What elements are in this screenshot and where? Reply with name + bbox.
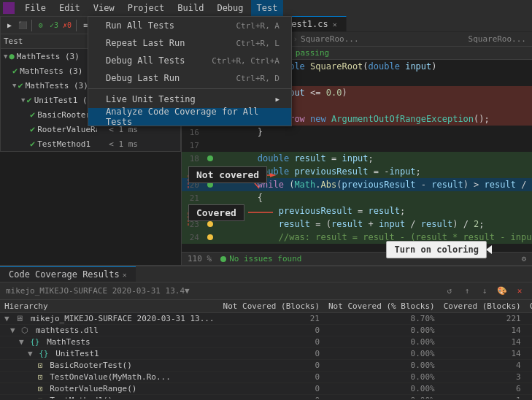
c-blocks-cell: 6 (439, 383, 525, 395)
breadcrumb-squareroo-right[interactable]: SquareRoo... (469, 34, 526, 44)
nc-pct-cell: 0.00% (324, 395, 439, 399)
nc-blocks-cell: 0 (219, 336, 324, 348)
bottom-toolbar: mikejo_MIKEJO-SURFACE 2020-03-31 13.4▼ ↺… (0, 282, 532, 300)
table-row: ▼ 🖥 mikejo_MIKEJO-SURFACE 2020-03-31 13.… (0, 313, 532, 325)
method-icon: ⊡ (38, 384, 43, 393)
c-pct-cell: 91.30% (525, 313, 532, 325)
c-blocks-cell: 14 (439, 336, 525, 348)
breadcrumb-squareroot[interactable]: SquareRoo... (301, 34, 358, 44)
c-pct-cell: 100.00% (525, 383, 532, 395)
import-btn[interactable]: ↓ (478, 285, 491, 298)
c-pct-cell: 100.00% (525, 336, 532, 348)
debug-btn[interactable]: ⬛ (17, 20, 28, 31)
col-nc-pct-header: Not Covered (% Blocks) (324, 300, 439, 313)
c-pct-cell: 100.00% (525, 372, 532, 383)
refresh-btn[interactable]: ↺ (443, 285, 456, 298)
covered-label: Covered (188, 204, 244, 221)
nc-blocks-cell: 21 (219, 313, 324, 325)
fail-filter[interactable]: ✗0 (61, 20, 73, 31)
analyze-code-coverage-item[interactable]: Analyze Code Coverage for All Tests (88, 108, 291, 126)
covered-annotation: Covered (188, 204, 244, 221)
test-label: TestMethod1 (37, 139, 90, 149)
hierarchy-cell: ⊡ TestMethod1() (0, 395, 219, 399)
export-btn[interactable]: ↑ (460, 285, 474, 298)
dll-icon: ⬡ (21, 326, 28, 335)
nc-blocks-cell: 0 (219, 325, 324, 336)
test-pass-icon: ✔ (18, 80, 23, 91)
test-label: MathTests (3) (20, 66, 82, 76)
row-label: mathtests.dll (36, 326, 99, 335)
nc-pct-cell: 0.00% (324, 372, 439, 383)
test-label: MathTests (3) (26, 81, 88, 91)
test-group-icon: ● (9, 51, 14, 61)
coverage-path[interactable]: mikejo_MIKEJO-SURFACE 2020-03-31 13.4▼ (6, 286, 190, 296)
c-pct-cell: 100.00% (525, 325, 532, 336)
menu-project[interactable]: Project (122, 0, 171, 16)
menu-edit[interactable]: Edit (53, 0, 86, 16)
nc-blocks-cell: 0 (219, 360, 324, 372)
coloring-icon[interactable]: ⚙ (521, 254, 526, 264)
debug-last-run-item[interactable]: Debug Last Run Ctrl+R, D (88, 69, 291, 87)
tooltip-arrow-icon (486, 245, 492, 254)
menu-debug[interactable]: Debug (211, 0, 249, 16)
close-unittest1-icon[interactable]: ✕ (333, 20, 337, 28)
hierarchy-cell: ▼ {} UnitTest1 (0, 348, 219, 360)
test-label: MathTests (3) (17, 52, 80, 61)
test-row: ✔ TestMethod1 < 1 ms (1, 136, 180, 151)
close-coverage-tab-icon[interactable]: ✕ (123, 271, 127, 279)
method-icon: ⊡ (38, 361, 43, 370)
run-btn[interactable]: ▶ (4, 20, 15, 31)
turn-on-coloring-tooltip[interactable]: Turn on coloring (386, 241, 487, 258)
c-pct-cell: 100.00% (525, 360, 532, 372)
menu-view[interactable]: View (88, 0, 120, 16)
nc-blocks-cell: 0 (219, 395, 324, 399)
test-pass-icon: ✔ (12, 66, 18, 76)
table-row: ⊡ BasicRooterTest() 0 0.00% 4 100.00% (0, 360, 532, 372)
hierarchy-cell: ⊡ TestOneValue(MyMath.Ro... (0, 372, 219, 383)
table-row: ▼ {} MathTests 0 0.00% 14 100.00% (0, 336, 532, 348)
coloring-toggle-btn[interactable]: 🎨 (496, 285, 509, 298)
status-text: No issues found (229, 254, 301, 264)
filter-btn[interactable]: ⚙ (35, 20, 47, 31)
coloring-area: ⚙ (521, 254, 526, 264)
table-row: ▼ {} UnitTest1 0 0.00% 14 100.00% (0, 348, 532, 360)
code-line-21: 21 { (182, 191, 532, 204)
col-c-blocks-header: Covered (Blocks) (439, 300, 525, 313)
test-pass-icon: ✔ (30, 139, 35, 149)
close-panel-btn[interactable]: ✕ (513, 285, 526, 298)
table-row: ⊡ TestOneValue(MyMath.Ro... 0 0.00% 3 10… (0, 372, 532, 383)
menu-build[interactable]: Build (171, 0, 209, 16)
col-test-header: Test (1, 36, 100, 46)
nc-blocks-cell: 0 (219, 348, 324, 360)
hierarchy-cell: ▼ ⬡ mathtests.dll (0, 325, 219, 336)
row-label: RooterValueRange() (50, 384, 136, 393)
test-dropdown-menu: Run All Tests Ctrl+R, A Repeat Last Run … (88, 16, 292, 126)
run-all-tests-item[interactable]: Run All Tests Ctrl+R, A (88, 17, 291, 34)
code-line-17: 17 (182, 139, 532, 152)
debug-all-tests-item[interactable]: Debug All Tests Ctrl+R, Ctrl+A (88, 52, 291, 69)
hierarchy-cell: ⊡ BasicRooterTest() (0, 360, 219, 372)
c-blocks-cell: 1 (439, 395, 525, 399)
vs-logo-icon (3, 2, 15, 14)
test-duration: < 1 ms (97, 139, 141, 149)
menu-bar: File Edit View Project Build Debug Test (0, 0, 532, 16)
chevron-icon[interactable]: ▼ (21, 96, 25, 104)
chevron-icon[interactable]: ▼ (4, 53, 7, 60)
nc-pct-cell: 8.70% (324, 313, 439, 325)
coverage-table-container: Hierarchy Not Covered (Blocks) Not Cover… (0, 300, 532, 399)
status-indicator: No issues found (220, 254, 301, 264)
live-unit-testing-item[interactable]: Live Unit Testing (88, 91, 291, 108)
table-row: ⊡ TestMethod1() 0 0.00% 1 100.00% (0, 395, 532, 399)
nc-blocks-cell: 0 (219, 372, 324, 383)
not-covered-annotation: Not covered (188, 166, 267, 183)
test-pass-icon: ✔ (30, 124, 35, 134)
c-pct-cell: 100.00% (525, 395, 532, 399)
tab-code-coverage[interactable]: Code Coverage Results ✕ (0, 266, 136, 282)
row-label: UnitTest1 (55, 349, 99, 358)
menu-file[interactable]: File (19, 0, 52, 16)
chevron-icon[interactable]: ▼ (12, 82, 16, 89)
pass-filter[interactable]: ✓3 (48, 20, 60, 31)
menu-test[interactable]: Test (251, 0, 284, 16)
repeat-last-run-item[interactable]: Repeat Last Run Ctrl+R, L (88, 34, 291, 52)
coverage-table-header: Hierarchy Not Covered (Blocks) Not Cover… (0, 300, 532, 313)
